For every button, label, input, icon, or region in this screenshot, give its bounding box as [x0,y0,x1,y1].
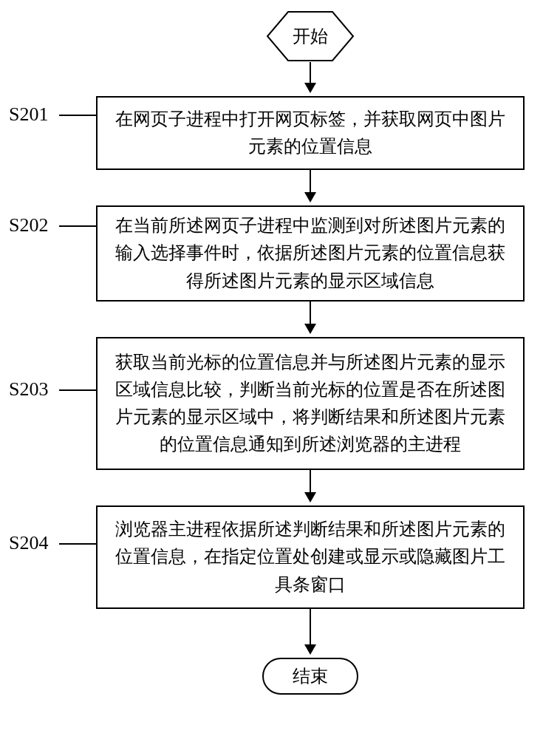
arrow [310,302,311,333]
process-s201-text: 在网页子进程中打开网页标签，并获取网页中图片元素的位置信息 [108,106,513,160]
process-s203-text: 获取当前光标的位置信息并与所述图片元素的显示区域信息比较，判断当前光标的位置是否… [108,349,513,459]
arrow [310,170,311,201]
label-connector [59,225,96,227]
process-s201: 在网页子进程中打开网页标签，并获取网页中图片元素的位置信息 [96,96,525,170]
label-connector [59,389,96,391]
step-label-s202: S202 [9,214,48,236]
start-node: 开始 [266,10,355,62]
process-s204: 浏览器主进程依据所述判断结果和所述图片元素的位置信息，在指定位置处创建或显示或隐… [96,505,525,609]
arrow [310,470,311,501]
step-label-s204: S204 [9,532,48,554]
arrow [310,609,311,653]
label-connector [59,115,96,116]
label-connector [59,543,96,545]
end-label: 结束 [293,664,328,688]
step-label-s201: S201 [9,103,48,126]
process-s202: 在当前所述网页子进程中监测到对所述图片元素的输入选择事件时，依据所述图片元素的位… [96,205,525,302]
process-s202-text: 在当前所述网页子进程中监测到对所述图片元素的输入选择事件时，依据所述图片元素的位… [108,212,513,295]
flowchart: 开始 在网页子进程中打开网页标签，并获取网页中图片元素的位置信息 S201 在当… [0,0,560,739]
start-label: 开始 [293,24,328,48]
process-s203: 获取当前光标的位置信息并与所述图片元素的显示区域信息比较，判断当前光标的位置是否… [96,337,525,470]
process-s204-text: 浏览器主进程依据所述判断结果和所述图片元素的位置信息，在指定位置处创建或显示或隐… [108,516,513,599]
end-node: 结束 [262,658,358,695]
step-label-s203: S203 [9,378,48,401]
arrow [310,62,311,92]
